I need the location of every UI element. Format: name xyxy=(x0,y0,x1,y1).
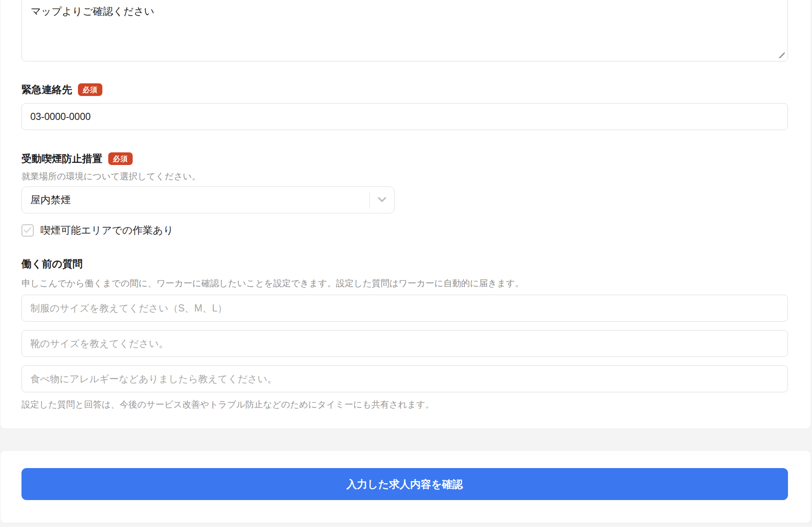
required-badge: 必須 xyxy=(108,152,133,165)
emergency-contact-label: 緊急連絡先 xyxy=(21,83,72,96)
smoking-policy-label-row: 受動喫煙防止措置 必須 xyxy=(21,152,788,165)
question-input-uniform-size[interactable] xyxy=(21,295,788,322)
pre-work-questions-heading: 働く前の質問 xyxy=(21,258,788,270)
smoking-policy-select[interactable]: 屋内禁煙 xyxy=(21,186,395,213)
smoking-area-checkbox[interactable] xyxy=(21,224,34,237)
check-icon xyxy=(24,227,32,234)
chevron-down-icon xyxy=(370,197,394,203)
smoking-policy-helper: 就業場所の環境について選択してください。 xyxy=(21,172,788,181)
required-badge: 必須 xyxy=(78,83,102,96)
questions-sharing-note: 設定した質問と回答は、今後のサービス改善やトラブル防止などのためにタイミーにも共… xyxy=(21,399,788,410)
textarea-resize-handle-icon[interactable] xyxy=(777,51,785,58)
location-note-field: マップよりご確認ください xyxy=(21,0,788,61)
smoking-policy-selected-value: 屋内禁煙 xyxy=(22,193,369,207)
confirm-job-posting-button[interactable]: 入力した求人内容を確認 xyxy=(21,468,788,500)
location-note-textarea[interactable]: マップよりご確認ください xyxy=(31,5,777,57)
emergency-contact-input[interactable] xyxy=(21,103,788,130)
form-footer-card: 入力した求人内容を確認 xyxy=(0,450,811,523)
question-input-shoe-size[interactable] xyxy=(21,330,788,357)
question-input-food-allergy[interactable] xyxy=(21,365,788,392)
pre-work-questions-helper: 申しこんでから働くまでの間に、ワーカーに確認したいことを設定できます。設定した質… xyxy=(21,278,788,289)
smoking-area-checkbox-row[interactable]: 喫煙可能エリアでの作業あり xyxy=(21,224,174,237)
emergency-contact-label-row: 緊急連絡先 必須 xyxy=(21,83,788,96)
job-posting-form-card: マップよりご確認ください 緊急連絡先 必須 受動喫煙防止措置 必須 就業場所の環… xyxy=(0,0,811,429)
smoking-policy-label: 受動喫煙防止措置 xyxy=(21,152,102,165)
smoking-area-checkbox-label: 喫煙可能エリアでの作業あり xyxy=(40,224,174,237)
